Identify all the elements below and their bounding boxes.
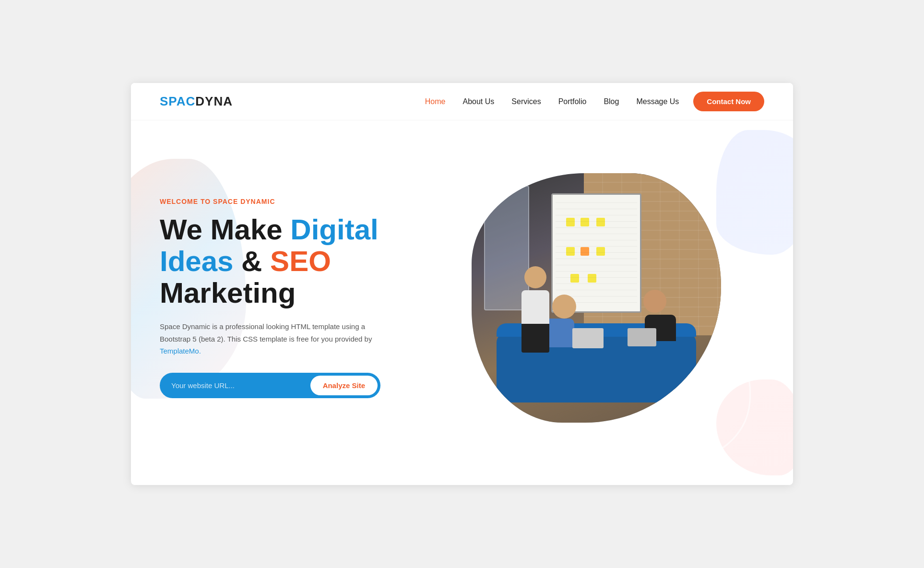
search-bar: Analyze Site xyxy=(160,373,380,398)
heading-we-make: We Make xyxy=(160,213,290,246)
heading-ideas: Ideas xyxy=(160,245,233,277)
logo-spac: SPAC xyxy=(160,94,195,108)
nav-item-blog[interactable]: Blog xyxy=(604,97,619,106)
heading-digital: Digital xyxy=(290,213,378,246)
navbar: SPACDYNA Home About Us Services Portfoli… xyxy=(131,83,793,120)
contact-now-button[interactable]: Contact Now xyxy=(693,92,764,111)
nav-link-about[interactable]: About Us xyxy=(463,97,495,106)
nav-links: Home About Us Services Portfolio Blog Me… xyxy=(425,97,679,106)
nav-item-home[interactable]: Home xyxy=(425,97,446,106)
presenter xyxy=(521,266,549,353)
nav-link-message[interactable]: Message Us xyxy=(636,97,679,106)
office-scene xyxy=(472,173,721,423)
heading-seo: SEO xyxy=(270,245,331,277)
page-wrapper: SPACDYNA Home About Us Services Portfoli… xyxy=(131,83,793,485)
presenter-head xyxy=(524,266,546,288)
nav-link-portfolio[interactable]: Portfolio xyxy=(558,97,587,106)
nav-link-home[interactable]: Home xyxy=(425,97,446,106)
person-1-head xyxy=(552,295,576,319)
sticky-note-8 xyxy=(588,274,596,283)
logo-dyna: DYNA xyxy=(195,94,233,108)
hero-heading: We Make Digital Ideas & SEO Marketing xyxy=(160,214,409,309)
hero-description: Space Dynamic is a professional looking … xyxy=(160,320,380,357)
nav-link-blog[interactable]: Blog xyxy=(604,97,619,106)
presenter-body xyxy=(521,290,549,324)
welcome-text: WELCOME TO SPACE DYNAMIC xyxy=(160,198,409,205)
sticky-note-7 xyxy=(570,274,579,283)
nav-item-message[interactable]: Message Us xyxy=(636,97,679,106)
sticky-note-3 xyxy=(596,218,605,226)
templatemo-link[interactable]: TemplateMo. xyxy=(160,347,201,355)
presenter-pants xyxy=(521,324,549,353)
sticky-note-6 xyxy=(596,247,605,256)
nav-item-about[interactable]: About Us xyxy=(463,97,495,106)
nav-item-portfolio[interactable]: Portfolio xyxy=(558,97,587,106)
sticky-note-4 xyxy=(566,247,575,256)
image-blob-container xyxy=(462,164,731,432)
analyze-button[interactable]: Analyze Site xyxy=(310,376,378,395)
laptop-1 xyxy=(572,328,604,348)
hero-image-circle xyxy=(472,173,721,423)
url-input[interactable] xyxy=(171,381,310,390)
sticky-note-2 xyxy=(580,218,589,226)
laptop-2 xyxy=(628,328,656,346)
hero-section: WELCOME TO SPACE DYNAMIC We Make Digital… xyxy=(131,120,793,485)
person-2-head xyxy=(643,290,666,313)
sticky-note-1 xyxy=(566,218,575,226)
nav-item-services[interactable]: Services xyxy=(511,97,541,106)
hero-desc-text: Space Dynamic is a professional looking … xyxy=(160,322,372,343)
sticky-note-5 xyxy=(580,247,589,256)
logo: SPACDYNA xyxy=(160,94,233,109)
hero-content: WELCOME TO SPACE DYNAMIC We Make Digital… xyxy=(160,198,409,398)
heading-marketing: Marketing xyxy=(160,277,296,309)
heading-and: & xyxy=(233,245,270,277)
hero-image-area xyxy=(428,164,764,432)
nav-link-services[interactable]: Services xyxy=(511,97,541,106)
